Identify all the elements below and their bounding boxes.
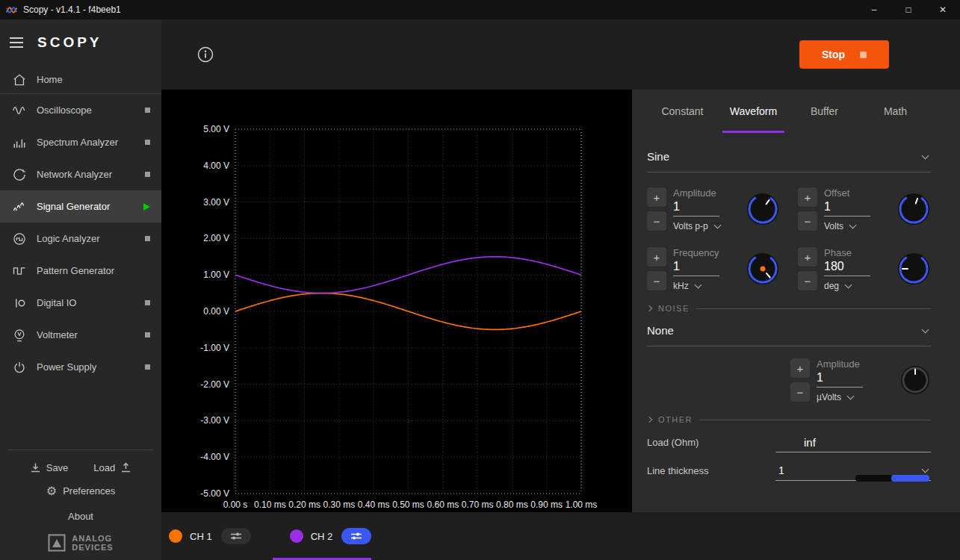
waveform-type-select[interactable]: Sine — [647, 143, 931, 172]
chevron-down-icon — [849, 221, 857, 228]
divider — [7, 449, 154, 450]
sidebar-item-label: Spectrum Analyzer — [37, 137, 118, 148]
noise-type-select[interactable]: None — [647, 317, 931, 346]
frequency-knob[interactable] — [746, 252, 780, 286]
spectrum-analyzer-icon — [12, 135, 27, 150]
frequency-unit-select[interactable]: kHz — [673, 281, 746, 291]
sidebar-item-digital-io[interactable]: Digital IO — [0, 287, 161, 319]
svg-text:-1.00 V: -1.00 V — [200, 343, 229, 353]
noise-amplitude-fields: Amplitude 1 µVolts — [810, 358, 899, 402]
phase-knob[interactable] — [896, 252, 931, 286]
increment-button[interactable]: + — [647, 187, 666, 207]
offset-knob[interactable] — [896, 192, 931, 226]
channel-2-color-dot[interactable] — [290, 529, 303, 543]
load-button[interactable]: Load — [93, 462, 131, 473]
phase-value-input[interactable]: 180 — [824, 258, 870, 276]
maximize-button[interactable]: □ — [891, 0, 926, 19]
stop-button[interactable]: Stop — [799, 40, 889, 69]
decrement-button[interactable]: − — [647, 211, 666, 231]
channel-2-toggle[interactable]: CH 2 — [290, 528, 372, 544]
analog-devices-logo: ANALOG DEVICES — [0, 534, 161, 553]
decrement-button[interactable]: − — [798, 271, 817, 290]
svg-text:-3.00 V: -3.00 V — [200, 415, 229, 426]
chevron-down-icon — [922, 152, 929, 159]
panel-horizontal-scrollbar[interactable] — [855, 475, 931, 482]
noise-section-header[interactable]: NOISE — [647, 304, 931, 313]
analog-devices-icon — [48, 534, 66, 552]
increment-button[interactable]: + — [647, 247, 666, 267]
preferences-button[interactable]: ⚙ Preferences — [0, 485, 161, 497]
channel-1-label: CH 1 — [190, 531, 212, 542]
svg-text:5.00 V: 5.00 V — [203, 124, 229, 134]
channel-1-settings-button[interactable] — [221, 528, 251, 544]
svg-text:0.60 ms: 0.60 ms — [427, 500, 459, 510]
increment-button[interactable]: + — [798, 247, 817, 267]
channel-1-color-dot[interactable] — [169, 529, 182, 543]
hamburger-menu-icon[interactable] — [9, 37, 24, 49]
amplitude-unit-select[interactable]: Volts p-p — [673, 221, 746, 231]
sidebar-item-spectrum-analyzer[interactable]: Spectrum Analyzer — [0, 126, 161, 158]
save-button[interactable]: Save — [30, 462, 69, 473]
running-indicator — [143, 203, 150, 211]
decrement-button[interactable]: − — [647, 271, 666, 290]
load-label: Load (Ohm) — [647, 437, 775, 452]
noise-amplitude-unit-select[interactable]: µVolts — [817, 392, 899, 402]
sidebar-item-label: Voltmeter — [37, 329, 78, 340]
sidebar-item-pattern-generator[interactable]: Pattern Generator — [0, 255, 161, 287]
sidebar-footer: Save Load ⚙ Preferences About ANALOG — [0, 449, 161, 560]
line-thickness-label: Line thickness — [647, 465, 775, 481]
frequency-value-input[interactable]: 1 — [673, 258, 719, 276]
phase-fields: Phase 180 deg — [817, 247, 896, 291]
noise-amplitude-value-input[interactable]: 1 — [817, 370, 863, 388]
minimize-button[interactable]: – — [857, 0, 891, 19]
increment-button[interactable]: + — [790, 358, 810, 378]
chevron-down-icon — [846, 392, 854, 399]
sidebar-item-power-supply[interactable]: Power Supply — [0, 351, 161, 383]
app-logo-text: SCOPY — [37, 34, 102, 51]
increment-button[interactable]: + — [798, 187, 817, 207]
load-upload-icon — [120, 462, 131, 473]
channel-1-toggle[interactable]: CH 1 — [169, 528, 251, 544]
phase-unit-select[interactable]: deg — [824, 281, 896, 291]
info-button[interactable] — [196, 46, 214, 63]
decrement-button[interactable]: − — [798, 211, 817, 231]
sidebar-item-label: Oscilloscope — [37, 105, 92, 116]
about-button[interactable]: About — [0, 511, 161, 522]
phase-stepper: + − — [798, 247, 817, 290]
tab-math[interactable]: Math — [860, 90, 931, 133]
offset-control: + − Offset 1 Volts — [798, 184, 931, 234]
topbar: Stop — [161, 19, 960, 90]
close-button[interactable]: ✕ — [926, 0, 960, 19]
offset-unit-select[interactable]: Volts — [824, 221, 896, 231]
sidebar-item-home[interactable]: Home — [0, 66, 161, 94]
svg-text:0.80 ms: 0.80 ms — [496, 500, 528, 510]
sidebar-item-signal-generator[interactable]: Signal Generator — [0, 190, 161, 223]
noise-amplitude-knob[interactable] — [899, 364, 931, 396]
other-section-header[interactable]: OTHER — [647, 415, 931, 424]
offset-value-input[interactable]: 1 — [824, 199, 870, 217]
scrollbar-thumb[interactable] — [891, 475, 929, 482]
chevron-down-icon — [845, 281, 852, 288]
sidebar-item-voltmeter[interactable]: Voltmeter — [0, 319, 161, 351]
amplitude-knob[interactable] — [746, 192, 780, 226]
frequency-label: Frequency — [673, 247, 746, 258]
tab-buffer[interactable]: Buffer — [789, 90, 860, 133]
amplitude-value-input[interactable]: 1 — [673, 199, 719, 217]
load-input[interactable]: inf — [775, 436, 931, 452]
save-load-row: Save Load — [0, 462, 161, 473]
signal-generator-icon — [12, 199, 27, 214]
svg-text:0.00 s: 0.00 s — [223, 500, 248, 510]
channel-2-settings-button[interactable] — [341, 528, 371, 544]
offset-fields: Offset 1 Volts — [817, 187, 896, 231]
tab-constant[interactable]: Constant — [647, 90, 718, 133]
waveform-controls: + − Amplitude 1 Volts p-p — [647, 184, 931, 293]
frequency-unit-value: kHz — [673, 281, 689, 291]
sidebar-item-logic-analyzer[interactable]: Logic Analyzer — [0, 223, 161, 255]
sidebar-item-oscilloscope[interactable]: Oscilloscope — [0, 94, 161, 126]
oscilloscope-icon — [12, 103, 27, 118]
sidebar-item-network-analyzer[interactable]: Network Analyzer — [0, 158, 161, 190]
decrement-button[interactable]: − — [790, 382, 810, 402]
home-icon — [12, 72, 27, 87]
tab-waveform[interactable]: Waveform — [718, 90, 789, 133]
brand-line2: DEVICES — [72, 543, 113, 552]
